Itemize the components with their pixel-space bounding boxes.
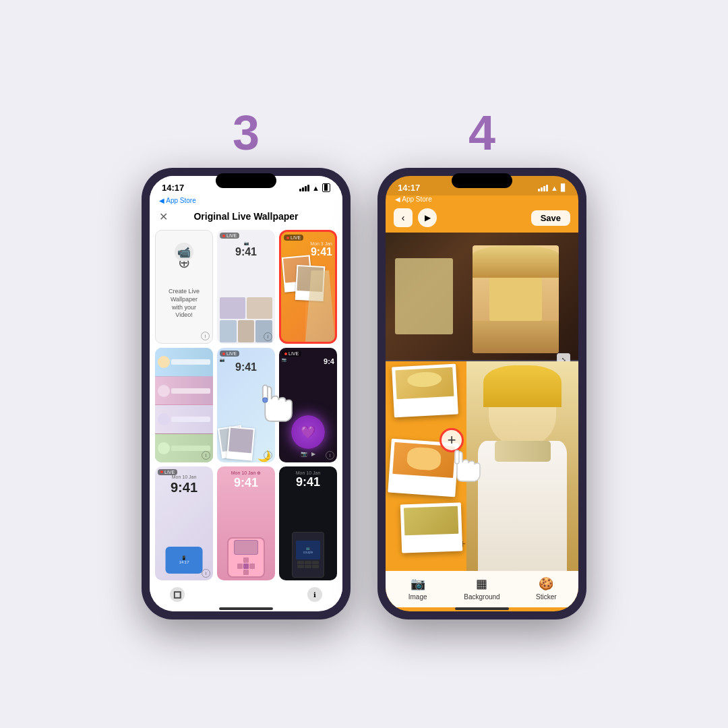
wifi-icon-2: ▲ [551,184,558,192]
card7-screen: 📱14:17 [166,547,203,574]
title-bar-1: ✕ Original Live Wallpaper [150,208,342,227]
back-label-2[interactable]: ◀ App Store [395,195,432,203]
dynamic-island-2 [452,173,512,188]
card4-strips [155,348,213,462]
gameboy-device [227,537,265,578]
camera-icon: 📹 [177,246,191,259]
card5-time: 9:41 [217,361,275,373]
card9-time: 9:41 [279,475,337,489]
play-icon: ▶ [425,213,431,222]
close-button-1[interactable]: ✕ [159,210,168,223]
phone1-bottom-bar: 🔲 ℹ [150,583,342,607]
card3-header: Mon 3 Jan 9:41 [284,241,332,258]
home-bar-1 [219,607,273,610]
card-collage-featured[interactable]: LIVE Mon 3 Jan 9:41 [279,230,337,344]
battery-icon-2: ▊ [561,184,566,191]
card8-time: 9:41 [217,476,275,490]
phone1: 14:17 ▲ ▊ ◀ App Store [142,168,351,619]
bottom-icon-right[interactable]: ℹ [307,587,322,602]
card7-content: Mon 10 Jan 9:41 [155,475,213,495]
create-card[interactable]: ⊕ 📹 Create LiveWallpaperwith yourVideo! … [155,230,213,344]
info-icon-7: i [202,569,210,578]
card6-icon: 📷 [282,357,286,362]
nav-bar-2: ◀ App Store [386,195,578,206]
create-text: Create LiveWallpaperwith yourVideo! [166,288,202,320]
tab-image-label: Image [408,593,427,601]
character-portrait-main [473,245,559,353]
card-time[interactable]: LIVE Mon 10 Jan 9:41 📱14:17 i [155,466,213,580]
flipphone-device: 📺couple [292,532,324,578]
tab-image[interactable]: 📷 Image [386,576,450,601]
card-gamegirl[interactable]: Mon 10 Jan ⊕ 9:41 [217,466,275,580]
wallpaper-grid: ⊕ 📹 Create LiveWallpaperwith yourVideo! … [150,227,342,583]
step3-number: 3 [233,109,260,157]
time-1: 14:17 [162,183,184,193]
home-bar-2 [455,607,509,610]
card-anime[interactable]: LIVE [155,348,213,462]
card-white-live[interactable]: LIVE 📷 9:41 [217,230,275,344]
dynamic-island-1 [216,173,276,188]
tab-sticker[interactable]: 🍪 Sticker [514,576,578,601]
info-icon-create: i [201,332,210,340]
add-image-button[interactable]: + [439,428,464,452]
bar4 [307,185,309,191]
gameboy-dpad [237,557,255,575]
time-2: 14:17 [398,183,420,193]
signal-bars-1 [299,185,309,191]
tab-background[interactable]: ▦ Background [450,576,514,601]
card-dark[interactable]: LIVE 📷 9:4 💜 📷 ▶ i [279,348,337,462]
status-icons-1: ▲ ▊ [299,183,330,192]
screen-title-1: Original Live Wallpaper [193,211,298,222]
home-indicator-1 [150,607,342,611]
battery-icon: ▊ [322,183,330,192]
step4-number: 4 [468,109,495,157]
polaroid-3 [400,503,462,553]
card-flipphone[interactable]: Mon 10 Jan 9:41 📺couple [279,466,337,580]
save-label: Save [541,213,561,223]
bar3 [305,186,307,191]
background-tab-icon: ▦ [476,576,487,591]
step4-wrapper: 4 14:17 ▲ ▊ ◀ App Store [377,109,586,619]
concert-heart: 💜 [291,415,325,449]
polaroid-1 [392,364,459,418]
live-badge-2: LIVE [220,233,239,239]
signal-bars-2 [538,185,548,191]
card2-time: 9:41 [220,246,272,258]
portrait-content [386,233,578,360]
card3-character [305,270,335,342]
home-indicator-2 [386,607,578,611]
back-label-1[interactable]: ◀ App Store [159,197,196,204]
info-icon-5: i [264,451,272,460]
card9-header: Mon 10 Jan 9:41 [279,471,337,489]
tab-background-label: Background [464,593,499,601]
tab-sticker-label: Sticker [536,593,557,601]
canvas-area: + + [386,361,578,571]
wifi-icon: ▲ [312,184,320,192]
card6-time: 9:4 [324,357,334,365]
live-badge-3: LIVE [284,235,303,241]
library-bg [386,233,578,360]
bottom-icon-left[interactable]: 🔲 [170,587,185,602]
step3-wrapper: 3 14:17 ▲ ▊ ◀ App Store [142,109,351,619]
save-button[interactable]: Save [531,210,570,226]
card2-content: 📷 9:41 [220,241,272,258]
nav-bar-1: ◀ App Store [150,195,342,208]
card3-time: 9:41 [284,246,332,258]
live-dot-2 [222,235,225,237]
blue-polaroid2 [226,426,255,460]
tab-bar: 📷 Image ▦ Background 🍪 Sticker [386,571,578,607]
main-anime-character [466,361,578,571]
bar1 [299,189,301,191]
card-blue[interactable]: LIVE 📷 9:41 🌙 i [217,348,275,462]
play-button[interactable]: ▶ [418,208,437,227]
camera-tab-icon: 📷 [411,576,425,591]
live-dot-3 [286,237,289,239]
back-arrow-btn[interactable]: ‹ [394,208,413,227]
gameboy-screen [234,540,258,555]
bar2 [302,187,304,191]
card8-header: Mon 10 Jan ⊕ 9:41 [217,471,275,490]
sticker-tab-icon: 🍪 [539,576,553,591]
info-icon-4: i [202,451,210,460]
editor-header: ‹ ▶ Save [386,206,578,233]
live-badge-5: LIVE [220,351,239,357]
